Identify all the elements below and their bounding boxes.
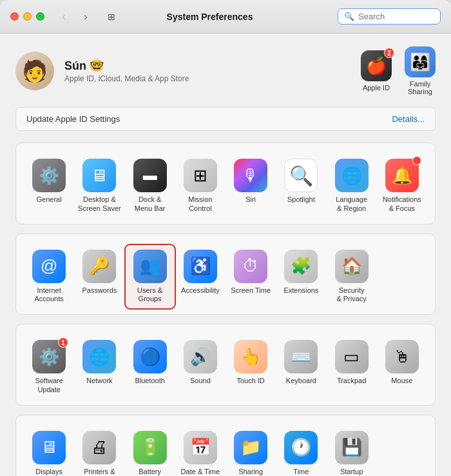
- family-sharing-button[interactable]: 👨‍👩‍👧 FamilySharing: [405, 46, 436, 95]
- apple-id-icon: 🍎 2: [361, 50, 392, 81]
- grid-item-printers[interactable]: 🖨 Printers &Scanners: [74, 426, 124, 477]
- grid-item-startup-disk[interactable]: 💾 StartupDisk: [327, 426, 377, 477]
- search-box[interactable]: 🔍: [338, 8, 441, 25]
- grid-item-language[interactable]: 🌐 Language& Region: [327, 154, 377, 219]
- window-title: System Preferences: [90, 12, 330, 22]
- notifications-icon: 🔔: [385, 159, 419, 192]
- printers-icon: 🖨: [82, 431, 116, 464]
- grid-item-desktop[interactable]: 🖥 Desktop &Screen Saver: [74, 154, 124, 219]
- nav-buttons: ‹ ›: [55, 10, 95, 24]
- profile-section: 🧑 Sún 🤓 Apple ID, iCloud, Media & App St…: [15, 46, 436, 95]
- keyboard-icon: ⌨️: [284, 340, 318, 373]
- siri-icon: 🎙: [234, 159, 267, 192]
- security-label: Security& Privacy: [336, 286, 366, 304]
- sound-label: Sound: [190, 377, 211, 386]
- avatar: 🧑: [15, 52, 54, 90]
- search-input[interactable]: [358, 12, 434, 21]
- grid-item-siri[interactable]: 🎙 Siri: [225, 154, 276, 219]
- details-link[interactable]: Details...: [392, 114, 425, 124]
- mouse-label: Mouse: [391, 377, 412, 386]
- fullscreen-button[interactable]: [36, 12, 44, 21]
- grid-item-datetime[interactable]: 📅 Date & Time: [175, 426, 225, 477]
- grid-item-accessibility[interactable]: ♿ Accessibility: [175, 244, 225, 310]
- profile-actions: 🍎 2 Apple ID 👨‍👩‍👧 FamilySharing: [361, 46, 436, 95]
- bluetooth-label: Bluetooth: [135, 377, 164, 386]
- mouse-icon: 🖱: [385, 340, 419, 373]
- printers-label: Printers &Scanners: [84, 468, 115, 477]
- dock-label: Dock &Menu Bar: [135, 195, 166, 213]
- grid-item-screen-time[interactable]: ⏱ Screen Time: [225, 244, 276, 310]
- extensions-label: Extensions: [283, 286, 318, 295]
- desktop-icon: 🖥: [82, 159, 116, 192]
- displays-label: Displays: [35, 468, 62, 477]
- grid-item-security[interactable]: 🏠 Security& Privacy: [327, 244, 377, 310]
- startup-disk-icon: 💾: [335, 431, 369, 464]
- accessibility-label: Accessibility: [181, 286, 220, 295]
- spotlight-label: Spotlight: [287, 195, 315, 204]
- internet-accounts-label: InternetAccounts: [35, 286, 64, 304]
- grid-item-general[interactable]: ⚙️ General: [24, 154, 74, 219]
- grid-item-sharing[interactable]: 📁 Sharing: [225, 426, 276, 477]
- apple-id-button[interactable]: 🍎 2 Apple ID: [361, 50, 392, 92]
- content-area: 🧑 Sún 🤓 Apple ID, iCloud, Media & App St…: [0, 34, 451, 476]
- spotlight-icon: 🔍: [284, 159, 318, 192]
- apple-id-badge: 2: [384, 48, 394, 58]
- dock-icon: ▬: [133, 159, 167, 192]
- general-label: General: [37, 195, 62, 204]
- sound-icon: 🔊: [184, 340, 217, 373]
- network-icon: 🌐: [82, 340, 116, 373]
- grid-item-dock[interactable]: ▬ Dock &Menu Bar: [125, 154, 175, 219]
- grid-item-notifications[interactable]: 🔔 Notifications& Focus: [377, 154, 427, 219]
- grid-item-passwords[interactable]: 🔑 Passwords: [74, 244, 124, 310]
- section-4: 🖥 Displays 🖨 Printers &Scanners 🔋: [15, 415, 436, 477]
- notifications-badge: [412, 156, 421, 165]
- section-2-grid: @ InternetAccounts 🔑 Passwords 👥 Us: [24, 244, 427, 310]
- grid-item-touch-id[interactable]: 👆 Touch ID: [225, 335, 276, 400]
- apple-id-label: Apple ID: [363, 84, 390, 92]
- extensions-icon: 🧩: [284, 250, 318, 283]
- grid-item-trackpad[interactable]: ▭ Trackpad: [327, 335, 377, 400]
- grid-item-bluetooth[interactable]: 🔵 Bluetooth: [125, 335, 175, 400]
- grid-item-mission-control[interactable]: ⊞ MissionControl: [175, 154, 225, 219]
- grid-item-internet-accounts[interactable]: @ InternetAccounts: [24, 244, 74, 310]
- bluetooth-icon: 🔵: [133, 340, 167, 373]
- family-sharing-icon: 👨‍👩‍👧: [405, 46, 436, 77]
- datetime-label: Date & Time: [181, 468, 220, 477]
- battery-icon: 🔋: [133, 431, 167, 464]
- datetime-icon: 📅: [184, 431, 217, 464]
- section-3-grid: ⚙️ 1 SoftwareUpdate 🌐 Network 🔵: [24, 335, 427, 400]
- grid-item-displays[interactable]: 🖥 Displays: [24, 426, 74, 477]
- grid-item-time-machine[interactable]: 🕐 TimeMachine: [276, 426, 326, 477]
- profile-name: Sún 🤓: [64, 59, 361, 73]
- section-4-grid: 🖥 Displays 🖨 Printers &Scanners 🔋: [24, 426, 427, 477]
- section-3: ⚙️ 1 SoftwareUpdate 🌐 Network 🔵: [15, 324, 436, 406]
- minimize-button[interactable]: [23, 12, 32, 21]
- accessibility-icon: ♿: [184, 250, 217, 283]
- software-update-label: SoftwareUpdate: [35, 377, 62, 395]
- grid-item-keyboard[interactable]: ⌨️ Keyboard: [276, 335, 326, 400]
- search-icon: 🔍: [344, 12, 354, 21]
- grid-item-users-groups[interactable]: 👥 Users &Groups: [125, 244, 175, 310]
- section-1: ⚙️ General 🖥 Desktop &Screen Saver ▬: [15, 143, 436, 224]
- screen-time-label: Screen Time: [231, 286, 271, 295]
- system-preferences-window: ‹ › ⊞ System Preferences 🔍 🧑 Sún 🤓 Apple…: [0, 0, 451, 476]
- grid-item-extensions[interactable]: 🧩 Extensions: [276, 244, 326, 310]
- touch-id-label: Touch ID: [236, 377, 264, 386]
- time-machine-label: TimeMachine: [288, 468, 315, 477]
- keyboard-label: Keyboard: [286, 377, 316, 386]
- touch-id-icon: 👆: [234, 340, 267, 373]
- section-2: @ InternetAccounts 🔑 Passwords 👥 Us: [15, 233, 436, 315]
- grid-item-battery[interactable]: 🔋 Battery: [125, 426, 175, 477]
- grid-item-software-update[interactable]: ⚙️ 1 SoftwareUpdate: [24, 335, 74, 400]
- software-update-icon: ⚙️ 1: [32, 340, 66, 373]
- grid-item-spotlight[interactable]: 🔍 Spotlight: [276, 154, 326, 219]
- grid-item-network[interactable]: 🌐 Network: [74, 335, 124, 400]
- grid-item-mouse[interactable]: 🖱 Mouse: [377, 335, 427, 400]
- back-button[interactable]: ‹: [55, 10, 73, 24]
- sharing-label: Sharing: [238, 468, 263, 477]
- close-button[interactable]: [10, 12, 19, 21]
- software-update-badge: 1: [58, 337, 68, 348]
- grid-item-sound[interactable]: 🔊 Sound: [175, 335, 225, 400]
- internet-accounts-icon: @: [32, 250, 66, 283]
- trackpad-label: Trackpad: [337, 377, 366, 386]
